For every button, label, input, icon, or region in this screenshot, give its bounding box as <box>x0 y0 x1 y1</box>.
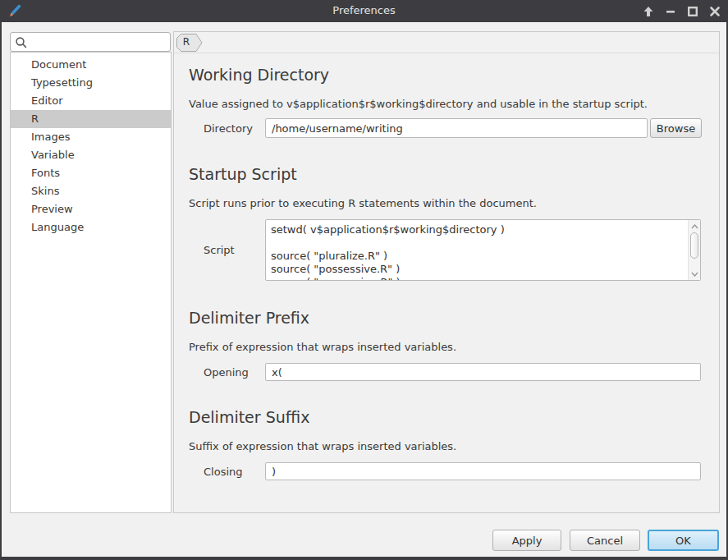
window-title: Preferences <box>0 4 728 16</box>
directory-label: Directory <box>204 122 253 135</box>
sidebar-item-document[interactable]: Document <box>11 56 171 74</box>
settings-panel: R Working Directory Value assigned to v$… <box>173 31 720 513</box>
scrollbar-thumb[interactable] <box>690 232 698 259</box>
sidebar-item-variable[interactable]: Variable <box>11 146 171 164</box>
opening-input[interactable] <box>265 363 701 381</box>
shade-button[interactable] <box>642 5 654 17</box>
script-textarea[interactable]: setwd( v$application$r$working$directory… <box>266 220 688 280</box>
preferences-window: Preferences Docu <box>0 0 728 560</box>
sidebar-item-skins[interactable]: Skins <box>11 182 171 200</box>
startup-script-title: Startup Script <box>189 165 297 183</box>
cancel-button[interactable]: Cancel <box>570 530 640 551</box>
preferences-category-list: Document Typesetting Editor R Images Var… <box>10 52 172 513</box>
maximize-button[interactable] <box>686 5 698 17</box>
delimiter-suffix-description: Suffix of expression that wraps inserted… <box>189 440 456 452</box>
delimiter-suffix-title: Delimiter Suffix <box>189 408 309 426</box>
sidebar-item-preview[interactable]: Preview <box>11 200 171 218</box>
search-icon <box>15 36 28 49</box>
ok-button[interactable]: OK <box>648 530 719 551</box>
apply-button[interactable]: Apply <box>492 530 561 551</box>
browse-button[interactable]: Browse <box>650 118 702 138</box>
dialog-body: Document Typesetting Editor R Images Var… <box>2 22 726 557</box>
sidebar-item-fonts[interactable]: Fonts <box>11 164 171 182</box>
search-input[interactable] <box>32 34 167 50</box>
script-scrollbar[interactable] <box>688 220 700 280</box>
sidebar-item-images[interactable]: Images <box>11 128 171 146</box>
window-controls <box>642 0 721 22</box>
breadcrumb-label: R <box>176 36 196 48</box>
minimize-icon <box>665 6 676 17</box>
closing-label: Closing <box>204 466 243 478</box>
close-button[interactable] <box>708 5 721 17</box>
working-directory-title: Working Directory <box>189 66 329 84</box>
directory-input[interactable] <box>265 118 648 138</box>
script-editor: setwd( v$application$r$working$directory… <box>265 219 701 281</box>
close-icon <box>709 6 721 17</box>
maximize-icon <box>687 6 698 17</box>
working-directory-description: Value assigned to v$application$r$workin… <box>189 98 648 110</box>
breadcrumb-item-r[interactable]: R <box>176 34 203 52</box>
sidebar-item-r[interactable]: R <box>11 110 171 128</box>
sidebar-item-editor[interactable]: Editor <box>11 92 171 110</box>
scroll-up-icon[interactable] <box>689 221 700 232</box>
sidebar-item-language[interactable]: Language <box>11 218 171 236</box>
scroll-down-icon[interactable] <box>689 269 700 279</box>
minimize-button[interactable] <box>664 5 676 17</box>
sidebar-item-typesetting[interactable]: Typesetting <box>11 74 171 92</box>
startup-script-description: Script runs prior to executing R stateme… <box>189 197 537 209</box>
shade-icon <box>643 6 654 17</box>
sidebar-search <box>10 32 171 52</box>
delimiter-prefix-title: Delimiter Prefix <box>189 309 309 327</box>
breadcrumb: R <box>174 32 719 53</box>
script-label: Script <box>204 244 235 256</box>
titlebar[interactable]: Preferences <box>0 0 728 22</box>
opening-label: Opening <box>204 366 249 379</box>
closing-input[interactable] <box>265 462 701 480</box>
delimiter-prefix-description: Prefix of expression that wraps inserted… <box>189 341 456 353</box>
